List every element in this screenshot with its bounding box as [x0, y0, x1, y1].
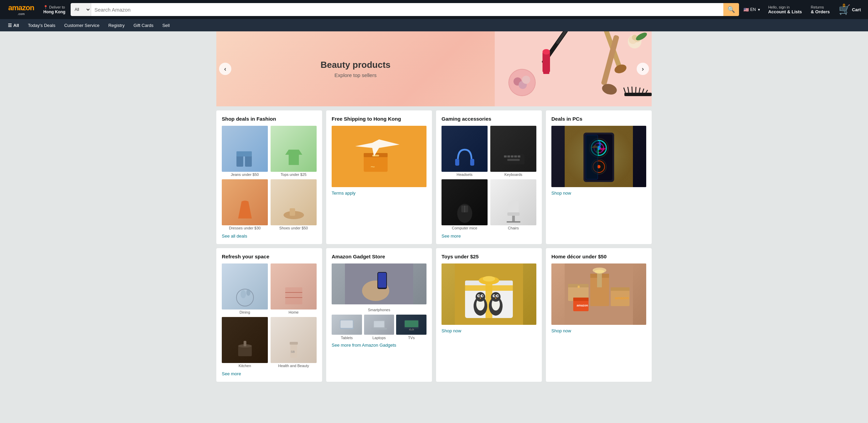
- nav-item-deals[interactable]: Today's Deals: [24, 20, 59, 30]
- refresh-kitchen-img: [222, 317, 268, 363]
- svg-rect-15: [624, 93, 652, 96]
- header: amazon .com 📍 Deliver to Hong Kong All 🔍…: [0, 0, 868, 19]
- svg-rect-50: [508, 201, 519, 213]
- svg-rect-76: [290, 342, 298, 345]
- gaming-mouse-item[interactable]: Computer mice: [442, 179, 488, 230]
- gaming-headset-item[interactable]: Headsets: [442, 126, 488, 177]
- card-toys-title: Toys under $25: [442, 254, 536, 259]
- card-shipping: Free Shipping to Hong Kong ~ Terms apply: [326, 110, 432, 244]
- svg-point-12: [522, 76, 530, 84]
- returns-line2: & Orders: [811, 9, 830, 14]
- hero-banner: ‹ Beauty products Explore top sellers: [216, 31, 652, 106]
- card-gadget-link[interactable]: See more from Amazon Gadgets: [332, 343, 396, 348]
- search-bar: All 🔍: [71, 3, 739, 16]
- svg-rect-52: [512, 216, 515, 222]
- gadget-tvs-item[interactable]: TVs: [396, 315, 426, 340]
- gadget-tablets-label: Tablets: [332, 336, 362, 340]
- cart-button[interactable]: 🛒 0 Cart: [836, 2, 864, 17]
- svg-rect-41: [504, 155, 507, 157]
- card-homedecor-link[interactable]: Shop now: [551, 328, 571, 333]
- gaming-keyboard-item[interactable]: Keyboards: [490, 126, 536, 177]
- gadget-tablets-item[interactable]: Tablets: [332, 315, 362, 340]
- fashion-shoes-item[interactable]: Shoes under $50: [271, 179, 317, 230]
- refresh-kitchen-item[interactable]: Kitchen: [222, 317, 268, 368]
- fashion-tops-label: Tops under $25: [271, 172, 317, 177]
- cards-grid: Shop deals in Fashion Jeans under $50 To…: [216, 106, 652, 386]
- gaming-mouse-label: Computer mice: [442, 226, 488, 230]
- hero-title: Beauty products: [230, 60, 481, 70]
- account-button[interactable]: Hello, sign in Account & Lists: [765, 3, 805, 16]
- returns-line1: Returns: [811, 5, 830, 9]
- refresh-dining-label: Dining: [222, 310, 268, 314]
- nav-item-customer-service[interactable]: Customer Service: [60, 20, 103, 30]
- fashion-tops-item[interactable]: Tops under $25: [271, 126, 317, 177]
- refresh-dining-img: [222, 263, 268, 309]
- gadget-tablets-img: [332, 315, 362, 335]
- svg-point-104: [478, 295, 480, 297]
- gaming-headset-img: [442, 126, 488, 172]
- svg-rect-39: [470, 159, 474, 166]
- cart-label: Cart: [852, 7, 861, 12]
- returns-button[interactable]: Returns & Orders: [808, 3, 833, 16]
- card-refresh-images: Dining Home Kitchen SB: [222, 263, 317, 368]
- card-fashion-link[interactable]: See all deals: [222, 233, 247, 239]
- logo-suffix: .com: [17, 12, 25, 16]
- nav-item-gift-cards[interactable]: Gift Cards: [130, 20, 157, 30]
- card-gaming-images: Headsets Keyboards Computer mice: [442, 126, 536, 230]
- card-pcs-link[interactable]: Shop now: [551, 191, 571, 196]
- fashion-dresses-item[interactable]: Dresses under $30: [222, 179, 268, 230]
- svg-point-6: [542, 49, 550, 55]
- refresh-home-item[interactable]: Home: [271, 263, 317, 314]
- nav-item-sell[interactable]: Sell: [159, 20, 174, 30]
- account-line1: Hello, sign in: [768, 5, 802, 9]
- svg-rect-121: [611, 287, 630, 291]
- search-button[interactable]: 🔍: [723, 3, 739, 16]
- gaming-chair-item[interactable]: Chairs: [490, 179, 536, 230]
- svg-point-108: [491, 292, 501, 302]
- logo-button[interactable]: amazon .com: [4, 2, 38, 17]
- gadget-tvs-img: [396, 315, 426, 335]
- card-gadget-sub-items: Tablets Laptops TVs: [332, 315, 426, 340]
- gaming-keyboard-img: [490, 126, 536, 172]
- gaming-mouse-img: [442, 179, 488, 225]
- refresh-dining-item[interactable]: Dining: [222, 263, 268, 314]
- nav-all-button[interactable]: ☰ All: [4, 20, 23, 30]
- card-shipping-img: ~: [332, 126, 426, 187]
- svg-rect-46: [507, 159, 520, 161]
- hero-prev-button[interactable]: ‹: [219, 63, 231, 75]
- hero-next-button[interactable]: ›: [637, 63, 649, 75]
- svg-point-112: [497, 295, 498, 297]
- svg-rect-85: [374, 321, 384, 327]
- nav-item-registry[interactable]: Registry: [104, 20, 128, 30]
- card-gadget: Amazon Gadget Store Smartphones: [326, 248, 432, 382]
- hamburger-icon: ☰: [8, 23, 12, 28]
- svg-rect-127: [573, 298, 589, 301]
- card-refresh-link[interactable]: See more: [222, 371, 241, 376]
- deliver-label: Deliver to: [49, 5, 65, 9]
- deliver-to-button[interactable]: 📍 Deliver to Hong Kong: [41, 3, 68, 16]
- svg-text:~: ~: [371, 163, 375, 171]
- hero-subtitle: Explore top sellers: [230, 72, 481, 78]
- gadget-laptops-item[interactable]: Laptops: [364, 315, 394, 340]
- card-pcs-img: [551, 126, 646, 187]
- gadget-tvs-label: TVs: [396, 336, 426, 340]
- search-input[interactable]: [91, 3, 723, 16]
- search-category-select[interactable]: All: [71, 3, 91, 16]
- language-selector[interactable]: 🇺🇸 EN ▼: [742, 5, 763, 14]
- fashion-jeans-item[interactable]: Jeans under $50: [222, 126, 268, 177]
- language-label: EN: [750, 7, 756, 12]
- gadget-laptops-img: [364, 315, 394, 335]
- card-refresh-title: Refresh your space: [222, 254, 317, 259]
- card-toys-link[interactable]: Shop now: [442, 328, 461, 333]
- card-refresh: Refresh your space Dining Home: [216, 248, 322, 382]
- svg-rect-38: [455, 159, 459, 166]
- cart-count: 0: [843, 3, 845, 8]
- svg-rect-43: [511, 155, 513, 157]
- card-gadget-title: Amazon Gadget Store: [332, 254, 426, 259]
- svg-point-105: [482, 295, 483, 297]
- refresh-beauty-item[interactable]: SB Health and Beauty: [271, 317, 317, 368]
- svg-rect-69: [285, 287, 302, 304]
- card-gaming-link[interactable]: See more: [442, 233, 461, 239]
- card-shipping-link[interactable]: Terms apply: [332, 191, 356, 196]
- cart-icon: 🛒 0: [839, 4, 851, 15]
